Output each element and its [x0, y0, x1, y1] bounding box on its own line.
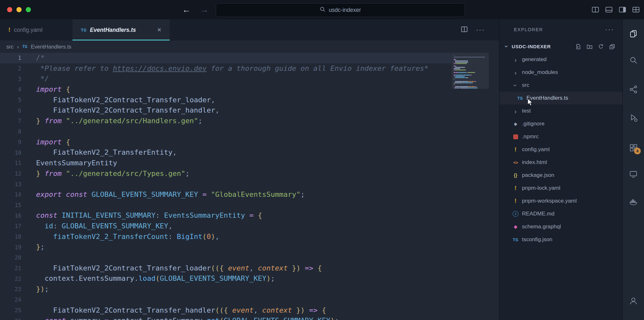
code-line[interactable]: 5 FiatTokenV2_2Contract_Transfer_loader, [0, 95, 452, 105]
tree-item-label: index.html [522, 159, 547, 166]
tree-item-package-json[interactable]: {}package.json [499, 169, 622, 182]
code-line[interactable]: 20 [0, 252, 452, 263]
split-editor-icon[interactable] [460, 25, 468, 34]
file-icon-slot: › [512, 82, 519, 89]
code-line[interactable]: 19}; [0, 242, 452, 252]
line-number: 15 [0, 202, 25, 208]
code-line[interactable]: 2 *Please refer to https://docs.envio.de… [0, 63, 452, 74]
code-line[interactable]: 3 */ [0, 74, 452, 84]
code-line[interactable]: 6 FiatTokenV2_2Contract_Transfer_handler… [0, 105, 452, 116]
code-text: EventsSummaryEntity [25, 158, 117, 169]
tree-item-node-modules[interactable]: ›node_modules [499, 66, 622, 79]
code-line[interactable]: 7} from "../generated/src/Handlers.gen"; [0, 116, 452, 126]
code-line[interactable]: 18 fiatTokenV2_2_TransferCount: BigInt(0… [0, 232, 452, 242]
code-text: } from "../generated/src/Types.gen"; [25, 169, 190, 179]
code-line[interactable]: 13 [0, 179, 452, 189]
project-section-header[interactable]: › USDC-INDEXER [499, 40, 622, 53]
tree-item-pnpm-lock-yaml[interactable]: !pnpm-lock.yaml [499, 182, 622, 195]
breadcrumb-item-src[interactable]: src [6, 44, 14, 50]
toggle-panel-icon[interactable] [605, 5, 613, 14]
code-line[interactable]: 21 FiatTokenV2_2Contract_Transfer_loader… [0, 263, 452, 274]
tree-item-index-html[interactable]: <>index.html [499, 156, 622, 169]
collapse-folders-icon[interactable] [609, 43, 615, 50]
code-line[interactable]: 26 const summary = context.EventsSummary… [0, 315, 452, 320]
tree-item--npmrc[interactable]: .npmrc [499, 130, 622, 143]
chevron-right-icon: › [513, 69, 518, 76]
customize-layout-icon[interactable] [632, 5, 640, 14]
minimize-window-button[interactable] [16, 7, 22, 12]
code-line[interactable]: 4import { [0, 84, 452, 95]
tree-item-pnpm-workspace-yaml[interactable]: !pnpm-workspace.yaml [499, 195, 622, 207]
run-debug-icon[interactable] [629, 113, 638, 122]
code-line[interactable]: 16const INITIAL_EVENTS_SUMMARY: EventsSu… [0, 210, 452, 221]
tree-item-src[interactable]: ›src [499, 79, 622, 92]
tree-item-config-yaml[interactable]: !config.yaml [499, 143, 622, 156]
code-line[interactable]: 15 [0, 200, 452, 211]
code-line[interactable]: 24 [0, 295, 452, 305]
line-number: 23 [0, 286, 25, 292]
code-editor[interactable]: 1/*2 *Please refer to https://docs.envio… [0, 53, 499, 320]
more-actions-icon[interactable]: ··· [476, 26, 485, 34]
code-text: }; [25, 242, 45, 252]
line-number: 20 [0, 254, 25, 261]
command-center-search[interactable]: usdc-indexer [216, 3, 465, 17]
tree-item-eventhandlers-ts[interactable]: TSEventHandlers.ts [499, 92, 622, 105]
file-icon-slot: TS [516, 96, 524, 101]
forward-icon[interactable]: → [200, 5, 209, 15]
source-control-graph-icon[interactable] [629, 85, 638, 94]
history-navigation: ← → [182, 0, 209, 19]
code-line[interactable]: 23}); [0, 284, 452, 295]
zoom-window-button[interactable] [26, 7, 31, 12]
minimap-content [454, 55, 485, 89]
code-line[interactable]: 25 FiatTokenV2_2Contract_Transfer_handle… [0, 305, 452, 316]
code-text: import { [25, 84, 70, 95]
explorer-more-actions-icon[interactable]: ··· [605, 25, 614, 34]
toggle-sidebar-icon[interactable] [618, 5, 627, 14]
line-number: 2 [0, 65, 25, 72]
tree-item--gitignore[interactable]: ◆.gitignore [499, 117, 622, 130]
remote-window-icon[interactable] [629, 169, 638, 178]
account-icon[interactable] [629, 296, 638, 305]
refresh-icon[interactable] [598, 43, 604, 50]
code-line[interactable]: 17 id: GLOBAL_EVENTS_SUMMARY_KEY, [0, 221, 452, 232]
back-icon[interactable]: ← [182, 5, 191, 15]
code-line[interactable]: 8 [0, 126, 452, 137]
line-number: 18 [0, 233, 25, 240]
new-folder-icon[interactable] [586, 43, 593, 50]
readme-info-icon: i [513, 211, 518, 217]
explorer-files-icon[interactable] [629, 29, 638, 38]
extensions-icon[interactable]: 4 [629, 143, 638, 152]
tree-item-schema-graphql[interactable]: ◆schema.graphql [499, 220, 622, 233]
tree-item-generated[interactable]: ›generated [499, 53, 622, 66]
line-number: 25 [0, 307, 25, 314]
code-line[interactable]: 12} from "../generated/src/Types.gen"; [0, 169, 452, 179]
new-file-icon[interactable] [575, 43, 582, 50]
tree-item-label: EventHandlers.ts [526, 95, 568, 101]
minimap[interactable] [452, 53, 489, 320]
docker-icon[interactable] [629, 197, 638, 206]
tree-item-tsconfig-json[interactable]: TStsconfig.json [499, 233, 622, 246]
line-number: 26 [0, 318, 25, 320]
code-line[interactable]: 22 context.EventsSummary.load(GLOBAL_EVE… [0, 273, 452, 284]
tab-label: EventHandlers.ts [90, 27, 136, 33]
close-window-button[interactable] [7, 7, 12, 12]
code-line[interactable]: 10 FiatTokenV2_2_TransferEntity, [0, 147, 452, 158]
line-number: 11 [0, 160, 25, 166]
search-icon[interactable] [629, 56, 638, 65]
code-line[interactable]: 9import { [0, 137, 452, 148]
close-tab-icon[interactable]: × [157, 26, 161, 33]
file-icon-slot: ◆ [512, 224, 519, 230]
code-line[interactable]: 14export const GLOBAL_EVENTS_SUMMARY_KEY… [0, 189, 452, 200]
tree-item-test[interactable]: ›test [499, 105, 622, 117]
code-line[interactable]: 11EventsSummaryEntity [0, 158, 452, 169]
split-editor-layout-icon[interactable] [591, 5, 600, 14]
line-number: 16 [0, 213, 25, 219]
tab-eventhandlers-ts[interactable]: TS EventHandlers.ts × [72, 19, 170, 41]
code-line[interactable]: 1/* [0, 53, 452, 63]
line-number: 9 [0, 139, 25, 145]
code-text: } from "../generated/src/Handlers.gen"; [25, 116, 203, 126]
breadcrumb-item-file[interactable]: EventHandlers.ts [31, 44, 71, 50]
tree-item-readme-md[interactable]: iREADME.md [499, 207, 622, 220]
line-number: 1 [0, 55, 25, 61]
tab-config-yaml[interactable]: ! config.yaml [0, 19, 72, 41]
